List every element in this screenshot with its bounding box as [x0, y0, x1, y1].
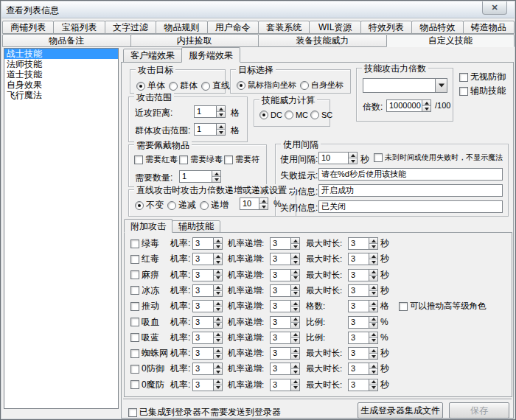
- rate-spinner[interactable]: 3: [192, 332, 223, 344]
- spin-down-icon[interactable]: [214, 244, 222, 249]
- spin-up-icon[interactable]: [369, 379, 377, 385]
- spin-value[interactable]: 3: [348, 253, 369, 265]
- spin-value[interactable]: 1: [179, 170, 212, 183]
- spin-value[interactable]: 3: [192, 237, 213, 250]
- spin-up-icon[interactable]: [214, 253, 222, 259]
- spin-value[interactable]: 3: [270, 253, 290, 265]
- main-tab-r1-1[interactable]: 宝箱列表: [53, 21, 105, 34]
- spin-down-icon[interactable]: [291, 259, 299, 265]
- spin-value[interactable]: 1: [194, 105, 216, 118]
- assist-skill-checkbox[interactable]: 辅助技能: [459, 85, 506, 97]
- interval-spinner[interactable]: 10: [318, 152, 358, 164]
- fail-hint-input[interactable]: 请在%d秒后使用该技能: [318, 168, 503, 181]
- main-tab-r1-8[interactable]: 物品特效: [411, 21, 463, 34]
- attack-enable-checkbox[interactable]: 吸血: [130, 316, 159, 329]
- spin-down-icon[interactable]: [422, 106, 430, 111]
- close-button[interactable]: ✕: [482, 1, 507, 15]
- rate-spinner[interactable]: 3: [192, 269, 223, 281]
- skill-category-list[interactable]: 战士技能法师技能道士技能自身效果飞行魔法: [4, 48, 119, 409]
- spin-up-icon[interactable]: [291, 270, 299, 276]
- spin-down-icon[interactable]: [214, 291, 222, 296]
- spin-value[interactable]: 3: [270, 237, 290, 250]
- skill-category-item-2[interactable]: 道士技能: [4, 69, 118, 80]
- rate-inc-spinner[interactable]: 3: [270, 253, 300, 265]
- spin-up-icon[interactable]: [291, 379, 299, 385]
- attack-enable-checkbox[interactable]: 冰冻: [130, 284, 159, 297]
- spin-value[interactable]: 3: [192, 300, 213, 312]
- spin-value[interactable]: 3: [192, 363, 213, 375]
- spin-up-icon[interactable]: [369, 317, 377, 323]
- rate-inc-spinner[interactable]: 3: [270, 363, 300, 375]
- spin-value[interactable]: 3: [348, 269, 369, 281]
- extra-tab-1[interactable]: 辅助技能: [172, 220, 220, 233]
- main-tab-r1-9[interactable]: 铸造物品: [463, 21, 515, 34]
- required-item-checkboxes-1[interactable]: 需要绿毒: [179, 154, 223, 165]
- spin-down-icon[interactable]: [291, 291, 299, 296]
- spin-down-icon[interactable]: [291, 369, 299, 374]
- spin-up-icon[interactable]: [291, 348, 299, 354]
- required-qty-spinner[interactable]: 1: [179, 170, 221, 183]
- spin-up-icon[interactable]: [291, 238, 299, 244]
- spin-down-icon[interactable]: [291, 244, 299, 249]
- rate-inc-spinner[interactable]: 3: [270, 237, 300, 250]
- rate-inc-spinner[interactable]: 3: [270, 379, 300, 391]
- spin-value[interactable]: 1: [194, 123, 216, 136]
- spin-down-icon[interactable]: [369, 259, 377, 265]
- spin-down-icon[interactable]: [214, 307, 222, 312]
- attack-enable-checkbox[interactable]: 0魔防: [130, 379, 164, 391]
- spin-down-icon[interactable]: [369, 291, 377, 296]
- rate-inc-spinner[interactable]: 3: [270, 300, 300, 312]
- spin-up-icon[interactable]: [214, 285, 222, 291]
- rate-spinner[interactable]: 3: [192, 300, 223, 312]
- spin-value[interactable]: 3: [270, 363, 290, 375]
- line-attack-radios-0[interactable]: 不变: [135, 199, 164, 211]
- spin-up-icon[interactable]: [291, 317, 299, 323]
- spin-up-icon[interactable]: [291, 285, 299, 291]
- spin-value[interactable]: 3: [348, 363, 369, 375]
- spin-up-icon[interactable]: [259, 198, 268, 204]
- rate-inc-spinner[interactable]: 3: [270, 269, 300, 281]
- spin-down-icon[interactable]: [369, 385, 377, 391]
- spin-down-icon[interactable]: [214, 323, 222, 328]
- rate-spinner[interactable]: 3: [192, 347, 223, 360]
- target-select-radios-1[interactable]: 自身坐标: [300, 80, 344, 91]
- rate-inc-spinner[interactable]: 3: [270, 332, 300, 344]
- main-tab-r1-5[interactable]: 套装系统: [258, 21, 310, 34]
- attack-enable-checkbox[interactable]: 麻痹: [130, 269, 159, 281]
- melee-distance-spinner[interactable]: 1: [194, 105, 226, 118]
- main-tab-r1-4[interactable]: 用户命令: [207, 21, 259, 34]
- spin-down-icon[interactable]: [291, 276, 299, 281]
- spin-up-icon[interactable]: [349, 153, 357, 158]
- target-select-radios-0[interactable]: 鼠标指向坐标: [237, 80, 296, 91]
- title-bar[interactable]: 查看列表信息 ✕: [1, 1, 515, 18]
- spin-down-icon[interactable]: [214, 338, 222, 343]
- rate-inc-spinner[interactable]: 3: [270, 347, 300, 360]
- spin-down-icon[interactable]: [214, 259, 222, 265]
- spin-value[interactable]: 3: [192, 284, 213, 297]
- spin-up-icon[interactable]: [214, 270, 222, 276]
- attack-enable-checkbox[interactable]: 红毒: [130, 253, 159, 265]
- line-attack-radios-1[interactable]: 递减: [167, 199, 196, 211]
- rate-spinner[interactable]: 3: [192, 316, 223, 329]
- third-spinner[interactable]: 3: [348, 269, 378, 281]
- spin-up-icon[interactable]: [422, 100, 430, 106]
- skill-category-item-3[interactable]: 自身效果: [4, 80, 118, 90]
- spin-up-icon[interactable]: [291, 363, 299, 369]
- spin-up-icon[interactable]: [291, 253, 299, 259]
- spin-down-icon[interactable]: [259, 204, 268, 209]
- spin-up-icon[interactable]: [214, 238, 222, 244]
- attack-enable-checkbox[interactable]: 推动: [130, 300, 159, 312]
- third-spinner[interactable]: 3: [348, 332, 378, 344]
- spin-up-icon[interactable]: [214, 348, 222, 354]
- spin-up-icon[interactable]: [369, 270, 377, 276]
- spin-up-icon[interactable]: [214, 301, 222, 307]
- spin-value[interactable]: 3: [192, 347, 213, 360]
- spin-up-icon[interactable]: [369, 301, 377, 307]
- spin-down-icon[interactable]: [291, 354, 299, 359]
- main-tab-r1-2[interactable]: 文字过滤: [105, 21, 156, 34]
- third-spinner[interactable]: 3: [348, 237, 378, 250]
- attack-enable-checkbox[interactable]: 绿毒: [130, 237, 159, 250]
- main-tab-r2-0[interactable]: 物品备注: [2, 34, 131, 47]
- spin-value[interactable]: 3: [192, 332, 213, 344]
- spin-value[interactable]: 3: [192, 379, 213, 391]
